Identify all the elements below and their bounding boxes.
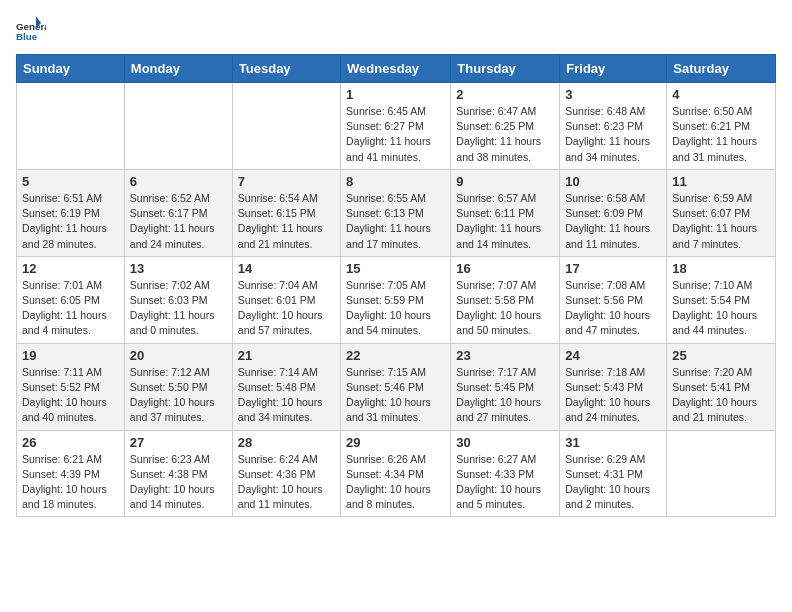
day-cell: 18Sunrise: 7:10 AMSunset: 5:54 PMDayligh… bbox=[667, 256, 776, 343]
day-number: 15 bbox=[346, 261, 445, 276]
week-row-1: 1Sunrise: 6:45 AMSunset: 6:27 PMDaylight… bbox=[17, 83, 776, 170]
day-number: 29 bbox=[346, 435, 445, 450]
week-row-3: 12Sunrise: 7:01 AMSunset: 6:05 PMDayligh… bbox=[17, 256, 776, 343]
day-number: 26 bbox=[22, 435, 119, 450]
day-number: 6 bbox=[130, 174, 227, 189]
day-cell: 17Sunrise: 7:08 AMSunset: 5:56 PMDayligh… bbox=[560, 256, 667, 343]
day-header-monday: Monday bbox=[124, 55, 232, 83]
day-cell bbox=[17, 83, 125, 170]
day-cell bbox=[124, 83, 232, 170]
day-number: 18 bbox=[672, 261, 770, 276]
day-cell: 2Sunrise: 6:47 AMSunset: 6:25 PMDaylight… bbox=[451, 83, 560, 170]
day-info: Sunrise: 6:57 AMSunset: 6:11 PMDaylight:… bbox=[456, 191, 554, 252]
day-number: 17 bbox=[565, 261, 661, 276]
day-cell: 5Sunrise: 6:51 AMSunset: 6:19 PMDaylight… bbox=[17, 169, 125, 256]
day-cell: 12Sunrise: 7:01 AMSunset: 6:05 PMDayligh… bbox=[17, 256, 125, 343]
day-number: 30 bbox=[456, 435, 554, 450]
day-info: Sunrise: 6:24 AMSunset: 4:36 PMDaylight:… bbox=[238, 452, 335, 513]
day-number: 24 bbox=[565, 348, 661, 363]
day-cell: 24Sunrise: 7:18 AMSunset: 5:43 PMDayligh… bbox=[560, 343, 667, 430]
day-info: Sunrise: 6:48 AMSunset: 6:23 PMDaylight:… bbox=[565, 104, 661, 165]
day-number: 8 bbox=[346, 174, 445, 189]
day-info: Sunrise: 6:55 AMSunset: 6:13 PMDaylight:… bbox=[346, 191, 445, 252]
day-info: Sunrise: 6:50 AMSunset: 6:21 PMDaylight:… bbox=[672, 104, 770, 165]
day-info: Sunrise: 6:52 AMSunset: 6:17 PMDaylight:… bbox=[130, 191, 227, 252]
day-number: 21 bbox=[238, 348, 335, 363]
day-number: 1 bbox=[346, 87, 445, 102]
day-number: 12 bbox=[22, 261, 119, 276]
day-info: Sunrise: 7:10 AMSunset: 5:54 PMDaylight:… bbox=[672, 278, 770, 339]
day-number: 5 bbox=[22, 174, 119, 189]
day-number: 2 bbox=[456, 87, 554, 102]
page-header: General Blue bbox=[16, 16, 776, 46]
day-cell: 30Sunrise: 6:27 AMSunset: 4:33 PMDayligh… bbox=[451, 430, 560, 517]
day-number: 22 bbox=[346, 348, 445, 363]
svg-text:General: General bbox=[16, 21, 46, 32]
day-info: Sunrise: 7:15 AMSunset: 5:46 PMDaylight:… bbox=[346, 365, 445, 426]
day-cell: 21Sunrise: 7:14 AMSunset: 5:48 PMDayligh… bbox=[232, 343, 340, 430]
day-info: Sunrise: 6:54 AMSunset: 6:15 PMDaylight:… bbox=[238, 191, 335, 252]
day-info: Sunrise: 6:47 AMSunset: 6:25 PMDaylight:… bbox=[456, 104, 554, 165]
day-info: Sunrise: 7:07 AMSunset: 5:58 PMDaylight:… bbox=[456, 278, 554, 339]
day-cell bbox=[232, 83, 340, 170]
day-number: 11 bbox=[672, 174, 770, 189]
day-cell: 26Sunrise: 6:21 AMSunset: 4:39 PMDayligh… bbox=[17, 430, 125, 517]
day-header-thursday: Thursday bbox=[451, 55, 560, 83]
day-cell: 11Sunrise: 6:59 AMSunset: 6:07 PMDayligh… bbox=[667, 169, 776, 256]
day-number: 27 bbox=[130, 435, 227, 450]
day-header-tuesday: Tuesday bbox=[232, 55, 340, 83]
day-cell: 29Sunrise: 6:26 AMSunset: 4:34 PMDayligh… bbox=[341, 430, 451, 517]
day-info: Sunrise: 7:04 AMSunset: 6:01 PMDaylight:… bbox=[238, 278, 335, 339]
day-info: Sunrise: 7:02 AMSunset: 6:03 PMDaylight:… bbox=[130, 278, 227, 339]
day-info: Sunrise: 6:58 AMSunset: 6:09 PMDaylight:… bbox=[565, 191, 661, 252]
day-number: 20 bbox=[130, 348, 227, 363]
day-number: 9 bbox=[456, 174, 554, 189]
day-cell: 25Sunrise: 7:20 AMSunset: 5:41 PMDayligh… bbox=[667, 343, 776, 430]
day-cell: 13Sunrise: 7:02 AMSunset: 6:03 PMDayligh… bbox=[124, 256, 232, 343]
day-info: Sunrise: 7:17 AMSunset: 5:45 PMDaylight:… bbox=[456, 365, 554, 426]
day-cell: 22Sunrise: 7:15 AMSunset: 5:46 PMDayligh… bbox=[341, 343, 451, 430]
day-cell: 20Sunrise: 7:12 AMSunset: 5:50 PMDayligh… bbox=[124, 343, 232, 430]
days-of-week-row: SundayMondayTuesdayWednesdayThursdayFrid… bbox=[17, 55, 776, 83]
day-header-saturday: Saturday bbox=[667, 55, 776, 83]
day-cell: 3Sunrise: 6:48 AMSunset: 6:23 PMDaylight… bbox=[560, 83, 667, 170]
day-number: 16 bbox=[456, 261, 554, 276]
day-info: Sunrise: 7:05 AMSunset: 5:59 PMDaylight:… bbox=[346, 278, 445, 339]
day-cell: 19Sunrise: 7:11 AMSunset: 5:52 PMDayligh… bbox=[17, 343, 125, 430]
day-number: 10 bbox=[565, 174, 661, 189]
day-cell: 28Sunrise: 6:24 AMSunset: 4:36 PMDayligh… bbox=[232, 430, 340, 517]
day-header-friday: Friday bbox=[560, 55, 667, 83]
day-number: 14 bbox=[238, 261, 335, 276]
day-info: Sunrise: 6:26 AMSunset: 4:34 PMDaylight:… bbox=[346, 452, 445, 513]
day-info: Sunrise: 7:20 AMSunset: 5:41 PMDaylight:… bbox=[672, 365, 770, 426]
day-number: 13 bbox=[130, 261, 227, 276]
svg-text:Blue: Blue bbox=[16, 31, 38, 42]
day-number: 25 bbox=[672, 348, 770, 363]
week-row-2: 5Sunrise: 6:51 AMSunset: 6:19 PMDaylight… bbox=[17, 169, 776, 256]
day-cell: 8Sunrise: 6:55 AMSunset: 6:13 PMDaylight… bbox=[341, 169, 451, 256]
day-cell: 10Sunrise: 6:58 AMSunset: 6:09 PMDayligh… bbox=[560, 169, 667, 256]
day-header-sunday: Sunday bbox=[17, 55, 125, 83]
day-info: Sunrise: 7:11 AMSunset: 5:52 PMDaylight:… bbox=[22, 365, 119, 426]
day-cell: 1Sunrise: 6:45 AMSunset: 6:27 PMDaylight… bbox=[341, 83, 451, 170]
day-number: 28 bbox=[238, 435, 335, 450]
day-cell: 31Sunrise: 6:29 AMSunset: 4:31 PMDayligh… bbox=[560, 430, 667, 517]
day-number: 23 bbox=[456, 348, 554, 363]
day-info: Sunrise: 7:14 AMSunset: 5:48 PMDaylight:… bbox=[238, 365, 335, 426]
day-number: 3 bbox=[565, 87, 661, 102]
day-cell: 15Sunrise: 7:05 AMSunset: 5:59 PMDayligh… bbox=[341, 256, 451, 343]
calendar-header: SundayMondayTuesdayWednesdayThursdayFrid… bbox=[17, 55, 776, 83]
day-info: Sunrise: 7:01 AMSunset: 6:05 PMDaylight:… bbox=[22, 278, 119, 339]
day-cell bbox=[667, 430, 776, 517]
week-row-4: 19Sunrise: 7:11 AMSunset: 5:52 PMDayligh… bbox=[17, 343, 776, 430]
day-cell: 4Sunrise: 6:50 AMSunset: 6:21 PMDaylight… bbox=[667, 83, 776, 170]
week-row-5: 26Sunrise: 6:21 AMSunset: 4:39 PMDayligh… bbox=[17, 430, 776, 517]
day-info: Sunrise: 6:45 AMSunset: 6:27 PMDaylight:… bbox=[346, 104, 445, 165]
day-number: 19 bbox=[22, 348, 119, 363]
day-number: 7 bbox=[238, 174, 335, 189]
day-cell: 16Sunrise: 7:07 AMSunset: 5:58 PMDayligh… bbox=[451, 256, 560, 343]
day-info: Sunrise: 6:23 AMSunset: 4:38 PMDaylight:… bbox=[130, 452, 227, 513]
day-info: Sunrise: 7:18 AMSunset: 5:43 PMDaylight:… bbox=[565, 365, 661, 426]
day-cell: 9Sunrise: 6:57 AMSunset: 6:11 PMDaylight… bbox=[451, 169, 560, 256]
calendar-body: 1Sunrise: 6:45 AMSunset: 6:27 PMDaylight… bbox=[17, 83, 776, 517]
